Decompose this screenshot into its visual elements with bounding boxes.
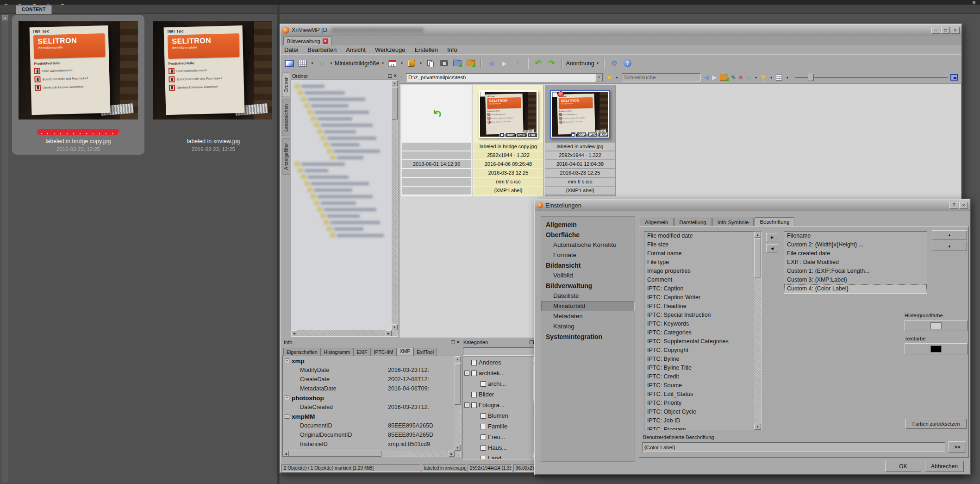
settings-tab[interactable]: Darstellung [674,218,712,226]
bridge-thumbnail[interactable]: IWI tec SELITRON Innendämmplatte Produkt… [147,15,280,155]
window-titlebar[interactable]: XnViewMP [D: – □ × [281,25,961,36]
category-checkbox[interactable] [481,413,486,419]
settings-tab[interactable]: Allgemein [640,218,674,226]
info-tab[interactable]: IPTC-IIM [371,348,397,356]
selected-caption-field[interactable]: EXIF: Date Modified [784,258,927,267]
edit-icon[interactable]: ✎ [731,74,736,81]
caption-field-option[interactable]: IPTC: Categories [644,328,761,337]
bridge-scrollbar[interactable]: ▲ [2,15,8,482]
metadata-row[interactable]: − xmpMM [283,412,461,421]
settings-nav-item[interactable]: Oberfläche [541,230,635,240]
caret-down-icon[interactable]: ▾ [785,75,789,80]
scroll-up-icon[interactable]: ▲ [392,80,398,86]
thumbnail-frame-selected[interactable]: IWI tec SELITRON Innendämmplatte Produkt… [550,90,610,138]
file-cell-selected[interactable]: IWI tec SELITRON Innendämmplatte Produkt… [473,85,544,196]
scroll-up-icon[interactable]: ▲ [754,232,761,238]
caret-down-icon[interactable]: ▾ [596,61,600,65]
maximize-button[interactable]: □ [941,27,950,34]
thumbnail-size-label[interactable]: Miniaturbildgröße [335,60,380,67]
gear-icon[interactable]: ⚙ [608,57,620,69]
menu-item[interactable]: Info [447,46,457,53]
slider-track[interactable] [795,77,948,78]
selected-caption-field[interactable]: Filename [784,232,927,240]
settings-nav-item[interactable]: Bildverwaltung [541,281,635,291]
caption-field-option[interactable]: IPTC: Caption [644,284,761,293]
caption-field-option[interactable]: Image properties [644,267,761,276]
display-icon[interactable] [950,74,958,81]
scroll-up-icon[interactable]: ▲ [455,356,461,362]
category-checkbox[interactable] [481,456,486,460]
current-path[interactable]: D:\z_privat\mailpics\test\ [406,75,595,80]
metadata-row[interactable]: InstanceID xmp.iid:8501cd9 [283,440,461,449]
tab-close-icon[interactable]: × [323,38,328,44]
history-forward-icon[interactable]: ▶ [712,73,718,82]
dialog-help-button[interactable]: ? [949,202,958,209]
menu-item[interactable]: Bearbeiten [307,46,337,53]
caret-down-icon[interactable]: ▾ [381,61,385,65]
close-button[interactable]: × [951,27,960,34]
text-color-button[interactable] [905,343,968,354]
back-icon[interactable]: ◀ [485,57,497,69]
settings-nav-item[interactable]: Katalog [541,321,635,332]
settings-nav-item[interactable]: Allgemein [541,220,635,230]
category-checkbox[interactable] [481,381,486,387]
category-checkbox[interactable] [481,434,486,440]
caret-down-icon[interactable]: ▾ [400,61,404,65]
info-tab[interactable]: Histogramm [321,348,354,356]
info-tab[interactable]: XMP [397,347,414,355]
selected-caption-field[interactable]: Custom 3: {XMP:Label} [784,276,927,284]
import-folder-icon[interactable] [451,57,463,69]
caret-down-icon[interactable]: ▾ [754,75,758,80]
caption-field-option[interactable]: IPTC: Object Cycle [644,408,761,416]
tree-expander-icon[interactable]: − [285,414,289,419]
scroll-thumb[interactable] [455,363,461,405]
caption-field-option[interactable]: Format name [644,249,761,258]
caption-field-option[interactable]: File modified date [644,232,761,240]
file-cell-parent[interactable]: ↶ .. 2013-06-01 14:12:36 [401,85,472,196]
caret-down-icon[interactable]: ▾ [329,61,333,65]
caption-field-option[interactable]: IPTC: Byline [644,355,761,364]
caret-down-icon[interactable]: ▾ [769,75,773,80]
tree-expander-icon[interactable]: − [464,371,469,376]
caption-field-option[interactable]: File size [644,240,761,249]
caret-down-icon[interactable]: ▾ [310,61,314,65]
list-vscrollbar[interactable]: ▲ ▼ [754,232,761,430]
menu-item[interactable]: Ansicht [346,46,366,53]
float-panel-icon[interactable] [451,340,455,344]
menu-item[interactable]: Datei [284,46,298,53]
tab-bildverwaltung[interactable]: Bildverwaltung × [283,36,332,45]
folder-tree-hscrollbar[interactable]: ◀ ▶ [291,330,392,336]
selected-caption-field[interactable]: Custom 1: {EXIF:Focal Length... [784,267,927,276]
info-tab[interactable]: ExifTool [413,348,437,356]
browser-view-icon[interactable] [283,57,295,69]
scroll-right-icon[interactable]: ▶ [449,451,455,457]
caption-field-option[interactable]: File type [644,258,761,267]
scroll-thumb[interactable] [754,238,761,277]
scroll-down-icon[interactable]: ▼ [754,424,761,430]
minimize-button[interactable]: – [931,27,940,34]
category-tree[interactable]: Anderes − architek... archi... Bilder [462,357,540,459]
info-hscrollbar[interactable]: ◀ ▶ [283,451,455,457]
category-item[interactable]: − architek... [462,368,539,378]
scroll-left-icon[interactable]: ◀ [291,330,297,336]
parent-folder-icon[interactable]: ↑ [400,74,403,81]
float-panel-icon[interactable] [388,74,392,78]
file-cell-current[interactable]: IWI tec SELITRON Innendämmplatte Produkt… [545,85,616,196]
folder-tree[interactable]: ▲ ▼ ◀ ▶ [291,80,398,337]
scroll-thumb[interactable] [392,87,398,119]
folder-tree-vscrollbar[interactable]: ▲ ▼ [392,80,398,336]
scroll-left-icon[interactable]: ◀ [283,451,289,457]
thumbnail-frame[interactable]: IWI tec SELITRON Innendämmplatte Produkt… [479,90,538,138]
arrange-label[interactable]: Anordnung [566,60,594,67]
caption-field-option[interactable]: IPTC: Source [644,381,761,390]
caption-field-option[interactable]: IPTC: Priority [644,399,761,408]
go-up-folder-icon[interactable]: ↶ [429,106,444,122]
favorites-star-icon[interactable]: ★ [606,73,612,82]
metadata-row[interactable]: CreateDate 2002-12-08T12: [283,375,461,384]
category-item[interactable]: archi... [462,378,539,389]
thumbnail-image[interactable]: IWI tec SELITRON Innendämmplatte Produkt… [552,92,608,137]
thumbnail-checkbox[interactable] [480,92,485,97]
settings-nav-item[interactable]: Vollbild [541,270,635,281]
bridge-thumbnail-selected[interactable]: IWI tec SELITRON Innendämmplatte Produkt… [12,15,144,155]
available-fields-list[interactable]: File modified dateFile sizeFormat nameFi… [644,231,762,430]
